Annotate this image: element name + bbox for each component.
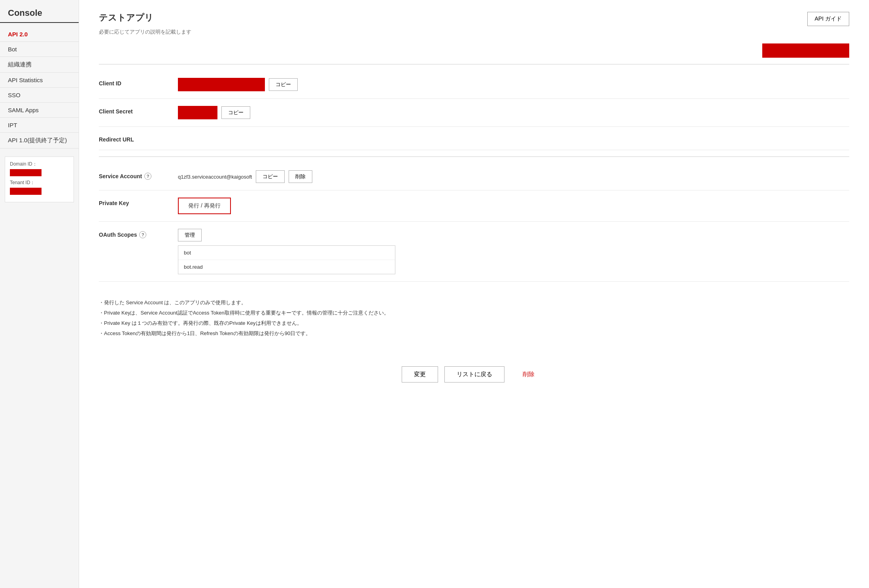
note-3: ・Private Key は１つのみ有効です。再発行の際、既存のPrivate …: [99, 318, 849, 328]
client-id-copy-button[interactable]: コピー: [269, 78, 298, 91]
service-account-copy-button[interactable]: コピー: [256, 170, 285, 183]
private-key-label: Private Key: [99, 198, 178, 206]
service-account-delete-button[interactable]: 削除: [289, 170, 312, 183]
client-secret-content: コピー: [178, 106, 250, 119]
page-title: テストアプリ: [99, 12, 153, 24]
scopes-list: bot bot.read: [178, 245, 395, 274]
redirect-url-label: Redirect URL: [99, 134, 178, 143]
service-account-value: q1zf3.serviceaccount@kaigosoft: [178, 174, 252, 180]
issue-private-key-button[interactable]: 発行 / 再発行: [178, 198, 231, 214]
top-right-actions: [99, 43, 849, 58]
middle-divider: [99, 156, 849, 157]
notes-section: ・発行した Service Account は、このアプリのみで使用します。 ・…: [99, 298, 849, 339]
private-key-content: 発行 / 再発行: [178, 198, 231, 214]
tenant-id-value: [10, 188, 42, 195]
top-divider: [99, 64, 849, 64]
delete-button[interactable]: 削除: [511, 366, 546, 383]
sidebar-info-box: Domain ID： Tenant ID：: [5, 156, 74, 202]
main-content: テストアプリ API ガイド 必要に応じてアプリの説明を記載します Client…: [79, 0, 869, 588]
page-header: テストアプリ API ガイド: [99, 12, 849, 26]
oauth-scopes-row: OAuth Scopes ? 管理 bot bot.read: [99, 222, 849, 282]
service-account-row: Service Account ? q1zf3.serviceaccount@k…: [99, 163, 849, 190]
service-account-help-icon[interactable]: ?: [144, 173, 151, 180]
client-id-row: Client ID コピー: [99, 71, 849, 99]
redacted-top-block: [762, 43, 849, 58]
sidebar-item-api-stats[interactable]: API Statistics: [0, 73, 79, 88]
client-secret-copy-button[interactable]: コピー: [221, 106, 250, 119]
sidebar-item-bot[interactable]: Bot: [0, 42, 79, 57]
domain-id-label: Domain ID：: [10, 161, 69, 168]
bottom-actions: 変更 リストに戻る 削除: [99, 358, 849, 383]
note-1: ・発行した Service Account は、このアプリのみで使用します。: [99, 298, 849, 308]
sidebar-title: Console: [0, 8, 79, 23]
sidebar-item-api10[interactable]: API 1.0(提供終了予定): [0, 133, 79, 149]
note-2: ・Private Keyは、Service Account認証でAccess T…: [99, 308, 849, 318]
back-button[interactable]: リストに戻る: [444, 366, 504, 383]
client-id-value: [178, 78, 265, 91]
client-secret-row: Client Secret コピー: [99, 99, 849, 127]
client-secret-label: Client Secret: [99, 106, 178, 115]
oauth-scopes-content: 管理 bot bot.read: [178, 229, 395, 274]
api-guide-button[interactable]: API ガイド: [807, 12, 849, 26]
scope-item-bot: bot: [178, 246, 395, 260]
sidebar-item-ipt[interactable]: IPT: [0, 118, 79, 133]
service-account-label: Service Account ?: [99, 170, 178, 180]
sidebar-item-sso[interactable]: SSO: [0, 88, 79, 103]
sidebar-item-org[interactable]: 組織連携: [0, 57, 79, 73]
service-account-content: q1zf3.serviceaccount@kaigosoft コピー 削除: [178, 170, 312, 183]
sidebar: Console API 2.0 Bot 組織連携 API Statistics …: [0, 0, 79, 588]
sidebar-item-saml[interactable]: SAML Apps: [0, 103, 79, 118]
change-button[interactable]: 変更: [402, 366, 438, 383]
oauth-scopes-help-icon[interactable]: ?: [139, 231, 146, 238]
scope-item-bot-read: bot.read: [178, 260, 395, 274]
manage-scopes-button[interactable]: 管理: [178, 229, 202, 241]
client-id-content: コピー: [178, 78, 298, 91]
page-description: 必要に応じてアプリの説明を記載します: [99, 28, 849, 36]
sidebar-item-api20[interactable]: API 2.0: [0, 27, 79, 42]
domain-id-value: [10, 169, 42, 176]
redirect-url-row: Redirect URL: [99, 127, 849, 150]
tenant-id-label: Tenant ID：: [10, 179, 69, 186]
client-id-label: Client ID: [99, 78, 178, 87]
oauth-scopes-label: OAuth Scopes ?: [99, 229, 178, 238]
note-4: ・Access Tokenの有効期間は発行から1日、Refresh Tokenの…: [99, 328, 849, 339]
client-secret-value: [178, 106, 217, 119]
private-key-row: Private Key 発行 / 再発行: [99, 190, 849, 222]
